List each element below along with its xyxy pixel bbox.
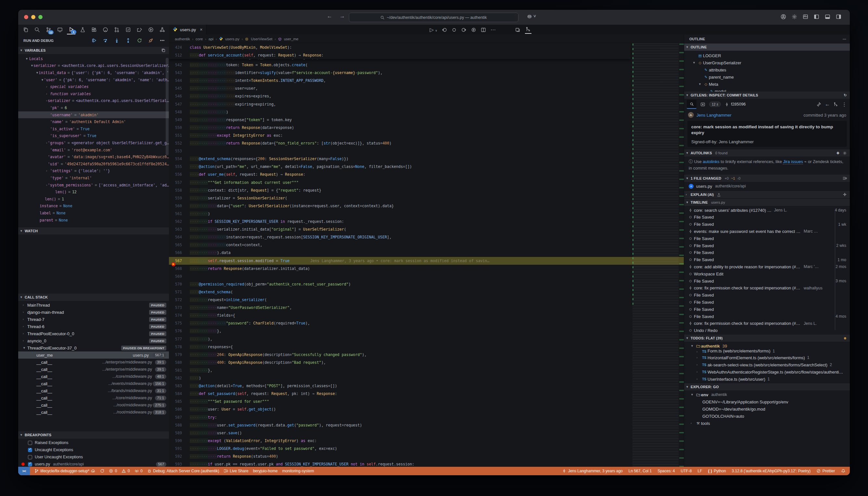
toggle-panel-icon[interactable] — [825, 14, 830, 19]
variable-row[interactable]: ›serializer=<authentik.core.api.users.Us… — [18, 97, 169, 105]
code-line[interactable]: 591············LOGGER.debug(event="Faile… — [169, 445, 631, 452]
extensions-icon[interactable] — [90, 25, 98, 34]
call-stack-frame[interactable]: __call__.../events/middleware.py156:1 — [18, 380, 169, 387]
timeline-item[interactable]: core: search users' attributes (#12740) … — [684, 206, 850, 214]
refresh-icon[interactable]: ↻ — [844, 93, 847, 97]
code-line[interactable]: 592············return Response(status=40… — [169, 452, 631, 460]
nav-back-icon[interactable]: ← — [327, 13, 332, 19]
call-stack-thread[interactable]: ▼ThreadPoolExecutor-37_0PAUSED ON BREAKP… — [18, 344, 169, 352]
code-line[interactable]: 560············data={"user": UserSelfSer… — [169, 202, 631, 210]
timeline-item[interactable]: File Saved3 mos — [684, 277, 850, 284]
breadcrumb-item[interactable]: users.py — [225, 37, 239, 41]
customize-layout-icon[interactable] — [803, 14, 808, 19]
code-line[interactable]: 550················return Response(data=… — [169, 124, 631, 131]
tab-close-icon[interactable]: × — [200, 27, 202, 32]
breadcrumb-item[interactable]: core — [196, 37, 203, 41]
commits-icon[interactable] — [700, 101, 705, 107]
code-line[interactable]: 562········if SESSION_KEY_IMPERSONATE_US… — [169, 218, 631, 226]
bug-status-item[interactable]: Debug: Attach Server Core (authentik) — [147, 469, 219, 473]
code-line[interactable]: 563············serializer.initial_data["… — [169, 226, 631, 233]
run-python-file-button[interactable]: ▷ ∨ — [430, 27, 437, 33]
todo-file-item[interactable]: ›TSUserInterface.ts (web/src/user)1 — [684, 375, 850, 383]
breadcrumb-item[interactable]: authentik — [175, 37, 190, 41]
timeline-section-header[interactable]: ▼TIMELINE users.py — [684, 199, 850, 206]
code-line[interactable]: 572········request=inline_serializer( — [169, 296, 631, 304]
call-stack-frame[interactable]: user_meusers.py567:1 — [18, 352, 169, 359]
code-line[interactable]: 424class UserViewSet(UsedByMixin, ModelV… — [169, 44, 631, 51]
breakpoint-row[interactable]: User Uncaught Exceptions — [18, 453, 169, 461]
pin-icon[interactable] — [817, 101, 821, 108]
close-window-button[interactable] — [24, 15, 28, 19]
slash-status-item[interactable]: Prettier — [816, 469, 835, 473]
braces-status-item[interactable]: { }Python — [708, 469, 726, 473]
live-share-icon[interactable] — [135, 25, 143, 34]
watch-section-header[interactable]: ▼WATCH — [18, 227, 169, 234]
breakpoint-checkbox[interactable] — [28, 441, 32, 445]
explain-ai-section-header[interactable]: ›EXPLAIN (AI) — [684, 191, 850, 198]
call-stack-frame[interactable]: __call__.../enterprise/middleware.py39:1 — [18, 359, 169, 366]
autolinks-section-header[interactable]: ▼AUTOLINKS 0 found ◈ — [684, 150, 850, 157]
go-env-var[interactable]: GOENV=~/Library/Application Support/go/e… — [684, 398, 850, 405]
autolink-add-icon[interactable]: ◈ — [837, 151, 839, 155]
variable-row[interactable]: 'email'='root@example.com' — [18, 146, 169, 154]
code-line[interactable]: 590········except (ValidationError, Inte… — [169, 437, 631, 445]
code-line[interactable]: 576············}, — [169, 327, 631, 335]
call-stack-thread[interactable]: ›django-main-threadPAUSED — [18, 309, 169, 316]
call-stack-frame[interactable]: __call__.../core/middleware.py71:1 — [18, 394, 169, 402]
outline-item[interactable]: ▤LOGGER — [684, 52, 850, 59]
sidebar-scrollbar[interactable] — [166, 58, 169, 155]
warn-status-item[interactable]: 0 — [122, 469, 129, 473]
code-line[interactable]: 544····················intent=TokenInten… — [169, 77, 631, 84]
code-line[interactable]: 585········"""Set password for user""" — [169, 398, 631, 405]
code-line[interactable]: 586········user: User = self.get_object(… — [169, 405, 631, 413]
timeline-item[interactable]: File Saved — [684, 306, 850, 313]
timeline-item[interactable]: File Saved — [684, 292, 850, 299]
code-line[interactable]: 553 — [169, 147, 631, 155]
sync-status-item[interactable] — [100, 469, 105, 473]
code-line[interactable]: 542················token: Token = Token.… — [169, 61, 631, 69]
kebab-icon[interactable]: ⋮ — [842, 101, 847, 108]
variable-row[interactable]: 'uid'='49d24724dfa590a20fb5961e9c6673cd1… — [18, 160, 169, 168]
explorer-icon[interactable] — [21, 25, 30, 34]
pull-requests-icon[interactable] — [112, 25, 121, 34]
breakpoint-checkbox[interactable] — [28, 455, 32, 459]
code-line[interactable]: 582····) — [169, 374, 631, 382]
commit-message-box[interactable]: core: mark session as modified instead o… — [687, 121, 847, 147]
status-item[interactable]: beryjuio-home — [253, 469, 278, 473]
code-line[interactable]: 569 — [169, 273, 631, 280]
call-stack-thread[interactable]: ›ThreadPoolExecutor-0_0PAUSED — [18, 330, 169, 337]
code-line[interactable]: 593········if user.pk == request.user.pk… — [169, 460, 631, 467]
code-line[interactable]: 549················response["token"] = t… — [169, 116, 631, 124]
timeline-item[interactable]: File Saved2 wks — [684, 242, 850, 249]
autolinks-link[interactable]: autolinks — [703, 159, 719, 164]
copy-value-icon[interactable] — [161, 48, 166, 52]
breakpoint-row[interactable]: Raised Exceptions — [18, 439, 169, 446]
variable-row[interactable]: 'username'='akadmin' — [18, 111, 169, 119]
status-item[interactable]: 3.12.8 ('authentik-xEAhpGPh-py3.12': Poe… — [732, 469, 811, 473]
code-line[interactable]: 581········}, — [169, 367, 631, 374]
code-line[interactable]: 556····def user_me(self, request: Reques… — [169, 171, 631, 178]
code-line[interactable]: 554····@extend_schema(responses={200: Se… — [169, 155, 631, 163]
variable-row[interactable]: 'avatar'='data:image/svg+xml;base64,PHN2… — [18, 153, 169, 160]
code-editor[interactable]: authentik›core›api›users.py›UserViewSet›… — [169, 34, 684, 467]
code-line[interactable]: 566············).data — [169, 249, 631, 257]
tower-status-item[interactable]: 0 — [135, 469, 143, 473]
outline-item[interactable]: ▼◇Meta — [684, 80, 850, 88]
command-center-search[interactable]: ~/dev/authentik/authentik/core/api/users… — [349, 13, 518, 22]
call-stack-thread[interactable]: ›Thread-7PAUSED — [18, 316, 169, 323]
code-line[interactable]: 571····@extend_schema( — [169, 288, 631, 296]
commit-status-item[interactable]: Jens Langhammer, 3 years ago — [562, 469, 623, 473]
code-line[interactable]: 555····@action(url_path="me", url_name="… — [169, 163, 631, 171]
variable-row[interactable]: 'pk'=6 — [18, 104, 169, 111]
status-item[interactable]: LF — [698, 469, 702, 473]
gitlens-section-header[interactable]: ▼GITLENS: INSPECT: COMMIT DETAILS ↻ — [684, 92, 850, 99]
remote-indicator[interactable]: >< — [18, 467, 30, 475]
gitlens-inspect-icon[interactable] — [525, 26, 531, 34]
code-line[interactable]: 558········context: dict[str, Request] =… — [169, 186, 631, 194]
autolink-settings-icon[interactable] — [843, 151, 847, 155]
disconnect-icon[interactable] — [147, 37, 154, 44]
variable-row[interactable]: parent=None — [18, 217, 169, 224]
graph-icon[interactable] — [834, 101, 838, 108]
call-stack-frame[interactable]: __call__.../brands/middleware.py31:1 — [18, 387, 169, 394]
code-line[interactable]: 568········return Response(data=serializ… — [169, 265, 631, 273]
